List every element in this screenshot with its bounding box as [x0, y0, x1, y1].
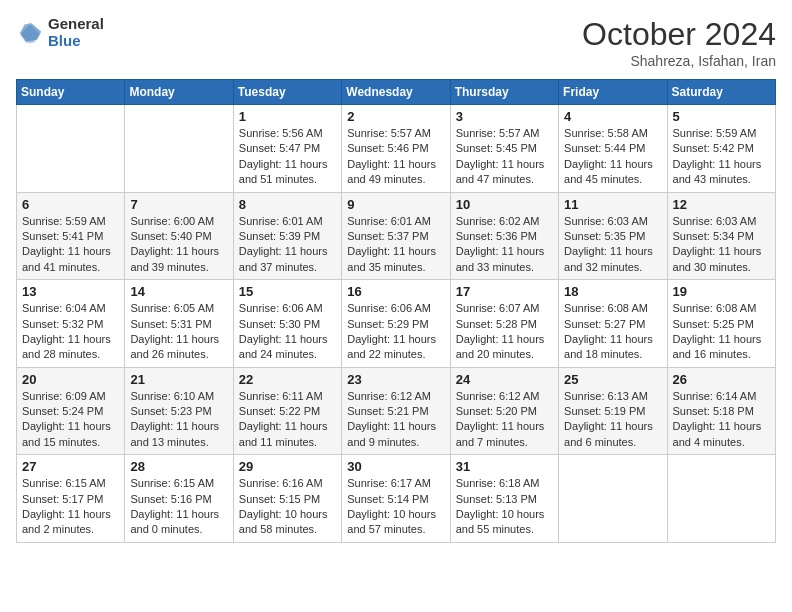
calendar-cell: 17Sunrise: 6:07 AMSunset: 5:28 PMDayligh… — [450, 280, 558, 368]
day-info: Sunrise: 6:07 AMSunset: 5:28 PMDaylight:… — [456, 301, 553, 363]
calendar-cell: 7Sunrise: 6:00 AMSunset: 5:40 PMDaylight… — [125, 192, 233, 280]
page-header: General Blue October 2024 Shahreza, Isfa… — [16, 16, 776, 69]
day-number: 30 — [347, 459, 444, 474]
day-number: 6 — [22, 197, 119, 212]
day-info: Sunrise: 6:08 AMSunset: 5:27 PMDaylight:… — [564, 301, 661, 363]
day-number: 25 — [564, 372, 661, 387]
calendar-cell: 19Sunrise: 6:08 AMSunset: 5:25 PMDayligh… — [667, 280, 775, 368]
calendar-cell: 13Sunrise: 6:04 AMSunset: 5:32 PMDayligh… — [17, 280, 125, 368]
day-number: 10 — [456, 197, 553, 212]
calendar-week-2: 6Sunrise: 5:59 AMSunset: 5:41 PMDaylight… — [17, 192, 776, 280]
weekday-thursday: Thursday — [450, 80, 558, 105]
calendar-cell: 16Sunrise: 6:06 AMSunset: 5:29 PMDayligh… — [342, 280, 450, 368]
day-number: 22 — [239, 372, 336, 387]
calendar-cell: 5Sunrise: 5:59 AMSunset: 5:42 PMDaylight… — [667, 105, 775, 193]
weekday-header-row: SundayMondayTuesdayWednesdayThursdayFrid… — [17, 80, 776, 105]
day-info: Sunrise: 6:06 AMSunset: 5:29 PMDaylight:… — [347, 301, 444, 363]
day-number: 2 — [347, 109, 444, 124]
day-info: Sunrise: 6:04 AMSunset: 5:32 PMDaylight:… — [22, 301, 119, 363]
calendar-cell: 27Sunrise: 6:15 AMSunset: 5:17 PMDayligh… — [17, 455, 125, 543]
calendar-cell: 10Sunrise: 6:02 AMSunset: 5:36 PMDayligh… — [450, 192, 558, 280]
calendar-cell: 26Sunrise: 6:14 AMSunset: 5:18 PMDayligh… — [667, 367, 775, 455]
day-info: Sunrise: 6:18 AMSunset: 5:13 PMDaylight:… — [456, 476, 553, 538]
calendar-week-3: 13Sunrise: 6:04 AMSunset: 5:32 PMDayligh… — [17, 280, 776, 368]
month-title: October 2024 — [582, 16, 776, 53]
logo-general: General — [48, 16, 104, 33]
day-number: 29 — [239, 459, 336, 474]
day-number: 5 — [673, 109, 770, 124]
calendar-cell: 11Sunrise: 6:03 AMSunset: 5:35 PMDayligh… — [559, 192, 667, 280]
calendar-cell: 8Sunrise: 6:01 AMSunset: 5:39 PMDaylight… — [233, 192, 341, 280]
day-info: Sunrise: 6:13 AMSunset: 5:19 PMDaylight:… — [564, 389, 661, 451]
day-number: 15 — [239, 284, 336, 299]
calendar-cell: 15Sunrise: 6:06 AMSunset: 5:30 PMDayligh… — [233, 280, 341, 368]
calendar-cell: 25Sunrise: 6:13 AMSunset: 5:19 PMDayligh… — [559, 367, 667, 455]
calendar-cell: 31Sunrise: 6:18 AMSunset: 5:13 PMDayligh… — [450, 455, 558, 543]
calendar-cell — [17, 105, 125, 193]
weekday-friday: Friday — [559, 80, 667, 105]
calendar-cell: 21Sunrise: 6:10 AMSunset: 5:23 PMDayligh… — [125, 367, 233, 455]
weekday-tuesday: Tuesday — [233, 80, 341, 105]
day-info: Sunrise: 6:00 AMSunset: 5:40 PMDaylight:… — [130, 214, 227, 276]
calendar-cell: 18Sunrise: 6:08 AMSunset: 5:27 PMDayligh… — [559, 280, 667, 368]
day-number: 13 — [22, 284, 119, 299]
day-info: Sunrise: 6:14 AMSunset: 5:18 PMDaylight:… — [673, 389, 770, 451]
day-info: Sunrise: 6:01 AMSunset: 5:39 PMDaylight:… — [239, 214, 336, 276]
day-number: 21 — [130, 372, 227, 387]
day-number: 27 — [22, 459, 119, 474]
day-number: 26 — [673, 372, 770, 387]
day-number: 3 — [456, 109, 553, 124]
calendar-cell: 14Sunrise: 6:05 AMSunset: 5:31 PMDayligh… — [125, 280, 233, 368]
calendar-cell: 9Sunrise: 6:01 AMSunset: 5:37 PMDaylight… — [342, 192, 450, 280]
day-info: Sunrise: 6:01 AMSunset: 5:37 PMDaylight:… — [347, 214, 444, 276]
day-info: Sunrise: 6:08 AMSunset: 5:25 PMDaylight:… — [673, 301, 770, 363]
day-number: 12 — [673, 197, 770, 212]
day-number: 19 — [673, 284, 770, 299]
day-info: Sunrise: 6:15 AMSunset: 5:17 PMDaylight:… — [22, 476, 119, 538]
day-number: 28 — [130, 459, 227, 474]
calendar-week-1: 1Sunrise: 5:56 AMSunset: 5:47 PMDaylight… — [17, 105, 776, 193]
logo-blue: Blue — [48, 33, 104, 50]
day-info: Sunrise: 6:12 AMSunset: 5:21 PMDaylight:… — [347, 389, 444, 451]
calendar-cell: 3Sunrise: 5:57 AMSunset: 5:45 PMDaylight… — [450, 105, 558, 193]
calendar-week-4: 20Sunrise: 6:09 AMSunset: 5:24 PMDayligh… — [17, 367, 776, 455]
day-number: 7 — [130, 197, 227, 212]
day-number: 17 — [456, 284, 553, 299]
day-number: 14 — [130, 284, 227, 299]
day-number: 18 — [564, 284, 661, 299]
day-number: 8 — [239, 197, 336, 212]
day-info: Sunrise: 5:58 AMSunset: 5:44 PMDaylight:… — [564, 126, 661, 188]
weekday-wednesday: Wednesday — [342, 80, 450, 105]
day-number: 1 — [239, 109, 336, 124]
calendar-cell: 24Sunrise: 6:12 AMSunset: 5:20 PMDayligh… — [450, 367, 558, 455]
calendar-cell: 2Sunrise: 5:57 AMSunset: 5:46 PMDaylight… — [342, 105, 450, 193]
day-info: Sunrise: 5:59 AMSunset: 5:42 PMDaylight:… — [673, 126, 770, 188]
day-number: 11 — [564, 197, 661, 212]
day-number: 16 — [347, 284, 444, 299]
calendar-cell — [559, 455, 667, 543]
day-info: Sunrise: 6:10 AMSunset: 5:23 PMDaylight:… — [130, 389, 227, 451]
calendar-cell: 22Sunrise: 6:11 AMSunset: 5:22 PMDayligh… — [233, 367, 341, 455]
calendar-cell: 4Sunrise: 5:58 AMSunset: 5:44 PMDaylight… — [559, 105, 667, 193]
calendar-cell — [125, 105, 233, 193]
weekday-monday: Monday — [125, 80, 233, 105]
day-info: Sunrise: 5:56 AMSunset: 5:47 PMDaylight:… — [239, 126, 336, 188]
title-block: October 2024 Shahreza, Isfahan, Iran — [582, 16, 776, 69]
calendar-cell: 12Sunrise: 6:03 AMSunset: 5:34 PMDayligh… — [667, 192, 775, 280]
day-info: Sunrise: 5:57 AMSunset: 5:45 PMDaylight:… — [456, 126, 553, 188]
day-number: 24 — [456, 372, 553, 387]
day-info: Sunrise: 6:05 AMSunset: 5:31 PMDaylight:… — [130, 301, 227, 363]
day-number: 4 — [564, 109, 661, 124]
logo-icon — [16, 19, 44, 47]
day-info: Sunrise: 6:03 AMSunset: 5:34 PMDaylight:… — [673, 214, 770, 276]
day-info: Sunrise: 5:59 AMSunset: 5:41 PMDaylight:… — [22, 214, 119, 276]
calendar-cell: 23Sunrise: 6:12 AMSunset: 5:21 PMDayligh… — [342, 367, 450, 455]
day-info: Sunrise: 6:12 AMSunset: 5:20 PMDaylight:… — [456, 389, 553, 451]
day-number: 31 — [456, 459, 553, 474]
day-number: 9 — [347, 197, 444, 212]
calendar-cell: 20Sunrise: 6:09 AMSunset: 5:24 PMDayligh… — [17, 367, 125, 455]
day-info: Sunrise: 6:17 AMSunset: 5:14 PMDaylight:… — [347, 476, 444, 538]
logo: General Blue — [16, 16, 104, 49]
calendar-cell: 28Sunrise: 6:15 AMSunset: 5:16 PMDayligh… — [125, 455, 233, 543]
weekday-saturday: Saturday — [667, 80, 775, 105]
